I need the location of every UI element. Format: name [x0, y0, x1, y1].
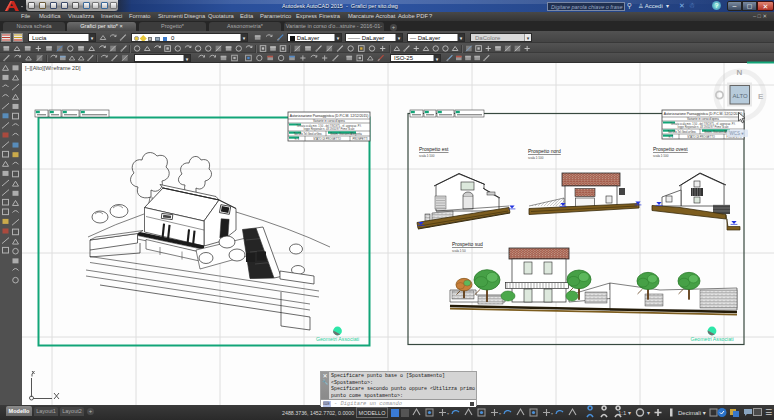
svg-text:Prospetto sud: Prospetto sud [452, 241, 483, 247]
svg-text:Geometri Associati: Geometri Associati [690, 336, 733, 342]
svg-text:legge Regionale n. 48 19/01/97: legge Regionale n. 48 19/01/97 Prime Sca… [678, 125, 729, 129]
svg-text:Autorizzazione Paesaggistica (: Autorizzazione Paesaggistica (D.P.C.M. 1… [290, 114, 369, 118]
svg-text:WCS ▾: WCS ▾ [730, 131, 745, 136]
svg-text:Decimali ▾: Decimali ▾ [678, 410, 706, 416]
svg-text:▾: ▾ [647, 410, 650, 416]
svg-text:N: N [737, 68, 743, 77]
svg-text:▾: ▾ [551, 411, 553, 416]
svg-text:scala 1:100: scala 1:100 [653, 154, 669, 158]
svg-text:Geometri Associati: Geometri Associati [316, 336, 359, 342]
svg-text:E: E [758, 92, 764, 101]
svg-text:1:1 ▾: 1:1 ▾ [618, 410, 631, 416]
svg-text:ALTO: ALTO [733, 93, 748, 99]
svg-text:Tav.Urb.Tel.Geol.urGeo.: Tav.Urb.Tel.Geol.urGeo. [668, 130, 697, 134]
svg-text:scala 1:50: scala 1:50 [452, 249, 466, 253]
svg-text:legge Regionale n. 48 19/01/97: legge Regionale n. 48 19/01/97 Prime Sca… [304, 127, 355, 131]
svg-text:▾: ▾ [499, 411, 501, 416]
svg-text:scala 1:100: scala 1:100 [528, 156, 544, 160]
svg-text:PROSPETTI: PROSPETTI [352, 137, 367, 141]
svg-text:n. 2: n. 2 [669, 135, 674, 139]
svg-text:Geom. Giovanni Allegretta: Geom. Giovanni Allegretta [330, 132, 362, 136]
svg-text:Prospetto est: Prospetto est [419, 146, 449, 152]
svg-text:Variante in corso d'opera: Variante in corso d'opera [687, 117, 719, 121]
svg-text:scala 1:100: scala 1:100 [419, 154, 435, 158]
svg-text:Prospetto nord: Prospetto nord [528, 148, 561, 154]
svg-text:Variante in corso d'opera: Variante in corso d'opera [313, 119, 345, 123]
svg-text:▾: ▾ [447, 411, 449, 416]
svg-text:STATO DI PROGETTO: STATO DI PROGETTO [687, 135, 715, 139]
svg-text:STATO DI PROGETTO: STATO DI PROGETTO [313, 137, 341, 141]
svg-text:Prospetto ovest: Prospetto ovest [653, 146, 688, 152]
svg-text:Tav.Urb.Tel.Geol.urGeo.: Tav.Urb.Tel.Geol.urGeo. [294, 132, 323, 136]
svg-text:n. 2: n. 2 [295, 137, 300, 141]
